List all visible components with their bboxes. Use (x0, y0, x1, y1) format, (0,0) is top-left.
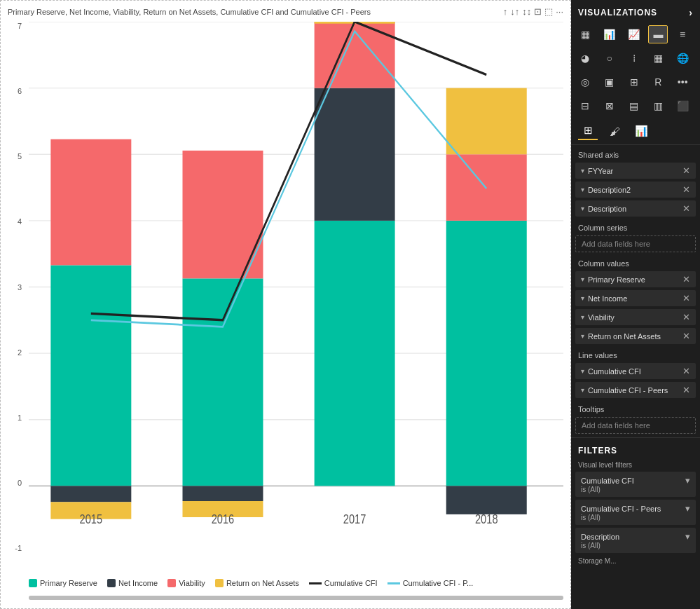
field-primary-reserve[interactable]: ▾ Primary Reserve ✕ (575, 271, 696, 287)
chart-legend: Primary Reserve Net Income Viability Ret… (29, 579, 563, 587)
fyyear-label: FYYear (588, 167, 613, 175)
viability-remove-icon[interactable]: ✕ (682, 312, 690, 322)
cumulative-cfi-peers-remove-icon[interactable]: ✕ (682, 385, 690, 395)
svg-rect-25 (446, 486, 527, 514)
tab-format-icon[interactable]: 🖌 (605, 122, 624, 140)
viz-icon-area[interactable]: ≡ (673, 25, 692, 43)
svg-rect-22 (446, 221, 527, 486)
field-description[interactable]: ▾ Description ✕ (575, 200, 696, 217)
filter-description-header: Description ▾ (581, 531, 690, 542)
return-on-net-assets-remove-icon[interactable]: ✕ (682, 331, 690, 341)
filter-description-chevron[interactable]: ▾ (685, 531, 690, 542)
viz-icon-custom5[interactable]: ⬛ (673, 97, 692, 115)
viz-icon-gauge[interactable]: ◎ (575, 73, 595, 91)
legend-label-return-on-net-assets: Return on Net Assets (226, 579, 299, 587)
viz-icon-custom2[interactable]: ⊠ (600, 97, 619, 115)
field-description2[interactable]: ▾ Description2 ✕ (575, 182, 696, 198)
sort-both-icon[interactable]: ↕↕ (522, 6, 531, 17)
viz-icon-grid-row4: ⊟ ⊠ ▤ ▥ ⬛ (571, 94, 700, 118)
sort-asc-icon[interactable]: ↑ (503, 6, 508, 17)
expand-icon[interactable]: ⊡ (534, 6, 542, 17)
field-return-on-net-assets-left: ▾ Return on Net Assets (581, 332, 661, 341)
svg-rect-9 (50, 265, 131, 486)
fyyear-remove-icon[interactable]: ✕ (682, 165, 690, 176)
viz-panel-title: VISUALIZATIONS (578, 8, 657, 18)
chart-scrollbar-thumb (29, 596, 563, 600)
filter-cumulative-cfi-chevron[interactable]: ▾ (685, 475, 690, 486)
viz-icon-grid-row1: ▦ 📊 📈 ▬ ≡ (571, 22, 700, 46)
cumulative-cfi-remove-icon[interactable]: ✕ (682, 366, 690, 376)
y-label-3: 3 (4, 283, 25, 292)
legend-label-primary-reserve: Primary Reserve (40, 579, 97, 587)
separator (571, 437, 700, 438)
description-remove-icon[interactable]: ✕ (682, 203, 690, 214)
filter-cumulative-cfi-peers-name: Cumulative CFI - Peers (581, 505, 661, 513)
filter-cumulative-cfi[interactable]: Cumulative CFI ▾ is (All) (575, 472, 696, 497)
viz-icon-custom1[interactable]: ⊟ (575, 97, 595, 115)
viz-icon-bar2[interactable]: 📊 (600, 25, 619, 43)
primary-reserve-remove-icon[interactable]: ✕ (682, 274, 690, 285)
viz-icon-scatter[interactable]: ⁞ (624, 49, 644, 67)
field-cumulative-cfi-left: ▾ Cumulative CFI (581, 367, 641, 376)
viz-icon-table[interactable]: ⊞ (624, 73, 644, 91)
y-label-2: 2 (4, 348, 25, 357)
y-label-0: 0 (4, 479, 25, 487)
description2-remove-icon[interactable]: ✕ (682, 184, 690, 195)
viz-icon-donut[interactable]: ○ (600, 49, 619, 67)
filter-cumulative-cfi-peers-chevron[interactable]: ▾ (685, 503, 690, 514)
field-cumulative-cfi[interactable]: ▾ Cumulative CFI ✕ (575, 363, 696, 379)
focus-icon[interactable]: ⬚ (544, 6, 553, 17)
viz-icon-more[interactable]: ••• (673, 73, 692, 91)
viz-icon-card[interactable]: ▣ (600, 73, 619, 91)
viz-panel-header: VISUALIZATIONS › (571, 0, 700, 22)
net-income-remove-icon[interactable]: ✕ (682, 293, 690, 303)
viz-icon-custom3[interactable]: ▤ (624, 97, 644, 115)
chart-area: Primary Reserve, Net Income, Viability, … (0, 0, 571, 609)
viz-icon-matrix[interactable]: R (648, 73, 668, 91)
viz-icon-map[interactable]: 🌐 (673, 49, 692, 67)
primary-reserve-chevron-icon: ▾ (581, 275, 584, 283)
field-viability[interactable]: ▾ Viability ✕ (575, 309, 696, 325)
legend-viability: Viability (167, 579, 205, 587)
filter-cumulative-cfi-header: Cumulative CFI ▾ (581, 475, 690, 486)
viz-icon-line[interactable]: 📈 (624, 25, 644, 43)
more-icon[interactable]: ··· (556, 6, 563, 17)
svg-text:2015: 2015 (80, 512, 103, 527)
chart-scrollbar[interactable] (29, 596, 563, 600)
field-return-on-net-assets[interactable]: ▾ Return on Net Assets ✕ (575, 328, 696, 344)
field-cumulative-cfi-peers[interactable]: ▾ Cumulative CFI - Peers ✕ (575, 382, 696, 398)
legend-net-income: Net Income (107, 579, 158, 587)
y-label-4: 4 (4, 217, 25, 226)
filter-cumulative-cfi-sub: is (All) (581, 486, 690, 493)
svg-rect-13 (182, 278, 263, 486)
legend-label-cumulative-cfi: Cumulative CFI (324, 579, 378, 587)
filter-description-sub: is (All) (581, 542, 690, 549)
viz-icon-treemap[interactable]: ▦ (648, 49, 668, 67)
legend-dot-primary-reserve (29, 579, 37, 587)
filters-header: FILTERS (571, 440, 700, 458)
fyyear-chevron-icon: ▾ (581, 167, 584, 175)
line-values-label: Line values (571, 345, 700, 362)
field-net-income[interactable]: ▾ Net Income ✕ (575, 290, 696, 306)
sort-desc-icon[interactable]: ↓↑ (510, 6, 519, 17)
viz-icon-grid-row2: ◕ ○ ⁞ ▦ 🌐 (571, 46, 700, 70)
tab-fields-icon[interactable]: ⊞ (578, 122, 598, 140)
viz-icon-pie[interactable]: ◕ (575, 49, 595, 67)
svg-rect-15 (182, 486, 263, 501)
filter-description[interactable]: Description ▾ is (All) (575, 528, 696, 553)
panel-expand-icon[interactable]: › (689, 7, 693, 18)
field-fyyear[interactable]: ▾ FYYear ✕ (575, 163, 696, 179)
viability-chevron-icon: ▾ (581, 313, 584, 321)
field-cumulative-cfi-peers-left: ▾ Cumulative CFI - Peers (581, 386, 668, 395)
chart-body: 7 6 5 4 3 2 1 0 -1 (1, 18, 570, 608)
viz-icon-bar[interactable]: ▦ (575, 25, 595, 43)
net-income-label: Net Income (588, 294, 627, 303)
viz-icon-custom4[interactable]: ▥ (648, 97, 668, 115)
field-description2-left: ▾ Description2 (581, 186, 631, 194)
column-values-label: Column values (571, 254, 700, 270)
tab-analytics-icon[interactable]: 📊 (631, 122, 651, 140)
field-description-left: ▾ Description (581, 205, 626, 213)
viz-icon-combo[interactable]: ▬ (648, 25, 668, 43)
y-label-7: 7 (4, 22, 25, 30)
filter-cumulative-cfi-peers[interactable]: Cumulative CFI - Peers ▾ is (All) (575, 500, 696, 525)
